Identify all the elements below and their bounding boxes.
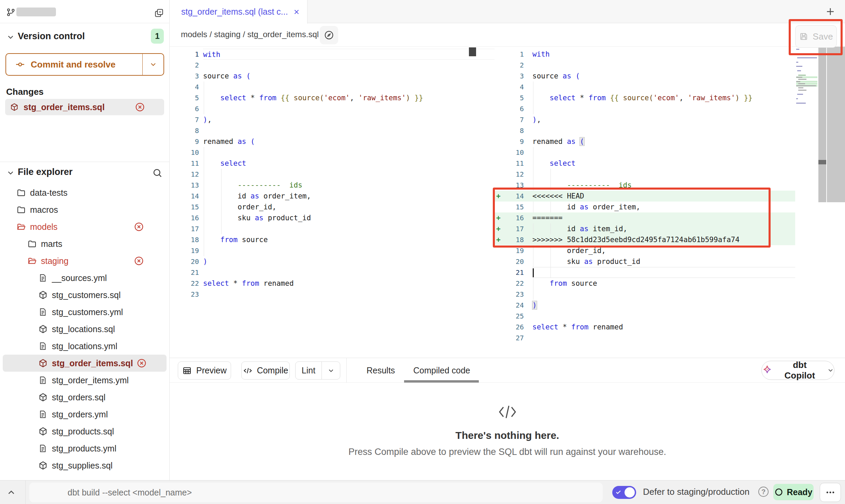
file-tree-item-models[interactable]: models [0,218,169,235]
file-tree-item-stg-customers-yml[interactable]: stg_customers.yml [0,303,169,321]
preview-label: Preview [196,366,227,375]
diff-added-marker [495,311,502,322]
preview-button[interactable]: Preview [178,361,231,380]
editor-scrollbar[interactable] [818,47,826,202]
more-options-button[interactable] [820,483,841,502]
diff-added-marker: + [495,212,502,223]
chevron-up-icon[interactable] [6,487,16,498]
file-explorer-section[interactable]: File explorer [0,164,169,182]
tab-compiled-code[interactable]: Compiled code [413,358,470,383]
lint-button[interactable]: Lint [296,362,321,379]
diff-added-marker [495,300,502,311]
code-line: 22 from source [495,278,795,289]
dbt-copilot-button[interactable]: dbt Copilot [761,361,834,380]
editor-pane-original[interactable]: 1with23source as (45 select * from {{ so… [170,47,495,358]
left-pane-scrollbar-thumb[interactable] [469,47,476,56]
file-name: stg_order_items.sql [52,358,133,368]
line-number: 22 [502,278,524,289]
file-icon [38,375,47,385]
changes-count-badge: 1 [151,29,164,44]
dbt-ide-window: Version control 1 Commit and resolve Cha… [0,0,845,504]
diff-added-marker [495,92,502,103]
file-icon [38,341,47,351]
file-tree-item-stg-orders-sql[interactable]: stg_orders.sql [0,389,169,406]
file-tree-item-data-tests[interactable]: data-tests [0,184,169,201]
line-number: 12 [502,169,524,180]
file-tree-item-stg-order-items-sql[interactable]: stg_order_items.sql [3,355,167,372]
code-icon [243,366,253,375]
file-tree-item--sources-yml[interactable]: __sources.yml [0,269,169,286]
discard-change-icon[interactable] [134,222,144,232]
save-button[interactable]: Save [795,25,837,48]
line-number: 8 [502,125,524,136]
file-tree-item-macros[interactable]: macros [0,201,169,218]
file-tree-item-stg-products-yml[interactable]: stg_products.yml [0,440,169,457]
status-badge[interactable]: Ready [773,484,814,500]
code-line: 26select * from renamed [495,322,795,332]
file-tree-item-stg-customers-sql[interactable]: stg_customers.sql [0,286,169,303]
copy-icon[interactable] [154,8,164,18]
window-scrollbar[interactable] [827,47,845,202]
line-number: 12 [170,169,199,180]
close-icon[interactable] [293,8,300,16]
tab-bar: stg_order_items.sql (last c... [170,0,845,23]
version-control-section[interactable]: Version control [0,29,169,46]
code-line: 15 id as order_item, [495,202,795,212]
file-icon [38,410,47,419]
diff-added-marker: + [495,223,502,234]
code-line: 19 [170,245,495,256]
code-line: 23 [495,289,795,300]
lineage-icon[interactable] [320,26,338,44]
lint-dropdown-button[interactable] [321,362,340,379]
code-line: 7), [495,114,795,125]
search-icon[interactable] [152,168,162,178]
file-explorer-title: File explorer [18,167,73,177]
ellipsis-icon [825,487,835,498]
file-tree-item-staging[interactable]: staging [0,252,169,269]
commit-and-resolve-button[interactable]: Commit and resolve [5,53,164,76]
compile-button[interactable]: Compile [241,361,290,380]
minimap[interactable] [796,48,817,161]
changed-file-row[interactable]: stg_order_items.sql [5,99,164,115]
file-tree-item-stg-locations-yml[interactable]: stg_locations.yml [0,338,169,355]
file-tree-item-stg-order-items-yml[interactable]: stg_order_items.yml [0,372,169,389]
line-number: 17 [502,223,524,234]
code-line: 12 [170,169,495,180]
line-number: 14 [502,191,524,202]
editor-pane-modified[interactable]: 1with23source as (45 select * from {{ so… [495,47,795,358]
copilot-label: dbt Copilot [777,360,822,381]
ready-label: Ready [787,487,812,497]
file-tree-item-marts[interactable]: marts [0,235,169,252]
diff-added-marker [495,158,502,169]
diff-added-marker [495,71,502,81]
file-tree-item-stg-locations-sql[interactable]: stg_locations.sql [0,321,169,338]
line-number: 2 [170,60,199,71]
code-line: 6 [170,103,495,114]
diff-added-marker [495,289,502,300]
tab-stg-order-items[interactable]: stg_order_items.sql (last c... [170,0,307,24]
diff-added-marker: + [495,191,502,202]
defer-toggle[interactable] [612,486,636,499]
file-tree-item-stg-products-sql[interactable]: stg_products.sql [0,423,169,440]
empty-state-title: There's nothing here. [170,430,845,441]
discard-change-icon[interactable] [135,102,145,112]
line-number: 16 [502,212,524,223]
code-line: 9renamed as ( [170,136,495,147]
code-line: 18 from source [170,234,495,245]
git-branch-icon[interactable] [6,8,16,17]
discard-change-icon[interactable] [137,358,147,368]
line-number: 18 [502,234,524,245]
file-tree-item-stg-orders-yml[interactable]: stg_orders.yml [0,406,169,423]
dbt-command-input[interactable] [29,483,603,502]
discard-change-icon[interactable] [134,256,144,266]
version-control-title: Version control [18,31,85,42]
commit-dropdown-button[interactable] [142,54,163,75]
code-line: 11 select [495,158,795,169]
help-icon[interactable]: ? [758,487,769,497]
scrollbar-thumb[interactable] [818,160,826,164]
new-tab-icon[interactable] [825,6,836,17]
tab-label: stg_order_items.sql (last c... [181,7,288,17]
tab-results[interactable]: Results [367,358,395,383]
file-tree-item-stg-supplies-sql[interactable]: stg_supplies.sql [0,457,169,474]
line-number: 3 [502,71,524,81]
